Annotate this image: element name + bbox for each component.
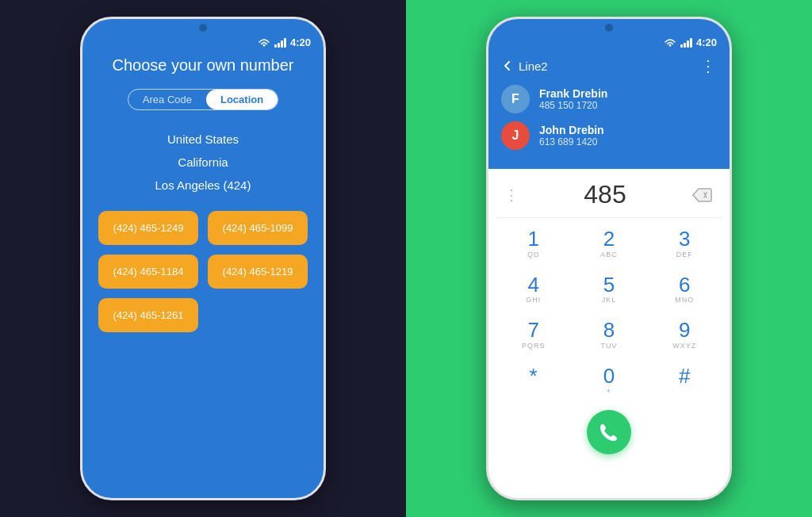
location-toggle-btn[interactable]: Location bbox=[206, 90, 278, 109]
dial-key-1-number: 1 bbox=[527, 228, 538, 251]
back-button[interactable]: Line2 bbox=[501, 59, 548, 73]
contact-info-john: John Drebin 613 689 1420 bbox=[539, 124, 717, 147]
header-nav: Line2 ⋮ bbox=[501, 56, 717, 75]
location-country[interactable]: United States bbox=[98, 128, 308, 151]
backspace-button[interactable] bbox=[690, 186, 714, 205]
dial-key-0-number: 0 bbox=[603, 365, 615, 388]
dial-number-display: 485 bbox=[520, 180, 690, 209]
right-background: 4:20 Line2 ⋮ F Frank Drebin bbox=[406, 0, 812, 517]
choose-number-title: Choose your own number bbox=[112, 56, 293, 75]
left-status-icons: 4:20 bbox=[258, 36, 311, 48]
dial-key-3-letters: DEF bbox=[676, 251, 693, 259]
right-phone: 4:20 Line2 ⋮ F Frank Drebin bbox=[486, 17, 732, 500]
right-camera-notch bbox=[605, 24, 613, 32]
right-signal-bars-icon bbox=[680, 38, 692, 48]
contact-name-john: John Drebin bbox=[539, 124, 717, 136]
dial-key-6-number: 6 bbox=[679, 274, 690, 297]
more-options-button[interactable]: ⋮ bbox=[700, 56, 717, 75]
area-location-toggle[interactable]: Area Code Location bbox=[128, 89, 278, 110]
dial-key-5-number: 5 bbox=[603, 274, 615, 297]
right-status-icons: 4:20 bbox=[664, 36, 717, 48]
dial-key-3[interactable]: 3 DEF bbox=[648, 221, 722, 266]
dial-key-4-letters: GHI bbox=[526, 296, 541, 304]
dial-key-2-letters: ABC bbox=[600, 251, 618, 259]
dial-key-9[interactable]: 9 WXYZ bbox=[648, 312, 722, 357]
location-state[interactable]: California bbox=[98, 151, 308, 174]
contact-avatar-frank: F bbox=[501, 85, 530, 113]
call-button-row bbox=[496, 405, 722, 458]
left-status-bar: 4:20 bbox=[82, 32, 324, 48]
dial-key-3-number: 3 bbox=[679, 228, 690, 251]
dial-key-9-letters: WXYZ bbox=[672, 342, 696, 350]
dial-key-hash-number: # bbox=[679, 365, 690, 388]
right-wifi-icon bbox=[664, 38, 676, 48]
right-status-bar: 4:20 bbox=[488, 32, 730, 48]
dial-key-8[interactable]: 8 TUV bbox=[572, 312, 645, 357]
left-time: 4:20 bbox=[290, 36, 311, 48]
dial-key-9-number: 9 bbox=[679, 319, 690, 342]
header-title: Line2 bbox=[519, 59, 548, 73]
left-background: 4:20 Choose your own number Area Code Lo… bbox=[0, 0, 406, 517]
number-btn-4[interactable]: (424) 465-1261 bbox=[98, 298, 198, 332]
dial-key-2[interactable]: 2 ABC bbox=[572, 221, 645, 266]
number-btn-1[interactable]: (424) 465-1099 bbox=[208, 211, 308, 245]
dial-key-4-number: 4 bbox=[527, 274, 538, 297]
dialpad-area: ⋮ 485 1 QD 2 ABC bbox=[488, 169, 730, 465]
back-arrow-icon bbox=[501, 59, 514, 72]
wifi-icon bbox=[258, 38, 270, 48]
number-btn-0[interactable]: (424) 465-1249 bbox=[98, 211, 198, 245]
contact-number-john: 613 689 1420 bbox=[539, 136, 717, 147]
dial-key-1-letters: QD bbox=[527, 251, 540, 259]
contact-item-john[interactable]: J John Drebin 613 689 1420 bbox=[501, 121, 717, 150]
contact-number-frank: 485 150 1720 bbox=[539, 100, 717, 111]
dial-key-1[interactable]: 1 QD bbox=[496, 221, 570, 266]
contact-item-frank[interactable]: F Frank Drebin 485 150 1720 bbox=[501, 85, 717, 113]
dial-key-8-number: 8 bbox=[603, 319, 615, 342]
area-code-toggle-btn[interactable]: Area Code bbox=[128, 90, 206, 109]
contact-info-frank: Frank Drebin 485 150 1720 bbox=[539, 87, 717, 111]
dialpad-grid: 1 QD 2 ABC 3 DEF 4 GHI 5 JKL bbox=[496, 218, 722, 405]
dial-key-4[interactable]: 4 GHI bbox=[496, 267, 570, 312]
contact-avatar-john: J bbox=[501, 121, 530, 150]
number-btn-2[interactable]: (424) 465-1184 bbox=[98, 255, 198, 289]
left-phone-content: Choose your own number Area Code Locatio… bbox=[82, 48, 324, 332]
dial-key-5-letters: JKL bbox=[602, 296, 617, 304]
signal-bars-icon bbox=[274, 38, 286, 48]
dial-display: ⋮ 485 bbox=[496, 169, 722, 218]
call-button[interactable] bbox=[587, 410, 631, 454]
dial-key-hash[interactable]: # bbox=[648, 358, 722, 403]
dial-key-7-letters: PQRS bbox=[522, 342, 546, 350]
dial-key-5[interactable]: 5 JKL bbox=[572, 267, 645, 312]
right-header: Line2 ⋮ F Frank Drebin 485 150 1720 J bbox=[488, 48, 730, 169]
dial-key-star-number: * bbox=[530, 365, 538, 388]
left-camera-notch bbox=[199, 24, 207, 32]
dial-key-6-letters: MNO bbox=[675, 296, 694, 304]
location-city[interactable]: Los Angeles (424) bbox=[98, 174, 308, 197]
contact-name-frank: Frank Drebin bbox=[539, 87, 717, 100]
phone-call-icon bbox=[598, 421, 620, 443]
location-list: United States California Los Angeles (42… bbox=[98, 128, 308, 197]
left-phone: 4:20 Choose your own number Area Code Lo… bbox=[80, 17, 326, 500]
dial-key-7-number: 7 bbox=[527, 319, 538, 342]
right-time: 4:20 bbox=[696, 36, 717, 48]
number-btn-3[interactable]: (424) 465-1219 bbox=[208, 255, 308, 289]
dial-key-6[interactable]: 6 MNO bbox=[648, 267, 722, 312]
dial-key-2-number: 2 bbox=[603, 228, 615, 251]
dial-key-7[interactable]: 7 PQRS bbox=[496, 312, 570, 357]
number-options-grid: (424) 465-1249 (424) 465-1099 (424) 465-… bbox=[98, 211, 308, 332]
backspace-icon bbox=[691, 187, 712, 203]
dial-key-8-letters: TUV bbox=[600, 342, 617, 350]
left-notch-bar bbox=[82, 19, 324, 32]
right-notch-bar bbox=[488, 19, 730, 32]
dial-key-0[interactable]: 0 + bbox=[572, 358, 645, 403]
dial-key-star[interactable]: * bbox=[496, 358, 570, 403]
dial-menu-icon[interactable]: ⋮ bbox=[504, 186, 520, 204]
dial-key-0-letters: + bbox=[607, 387, 611, 396]
